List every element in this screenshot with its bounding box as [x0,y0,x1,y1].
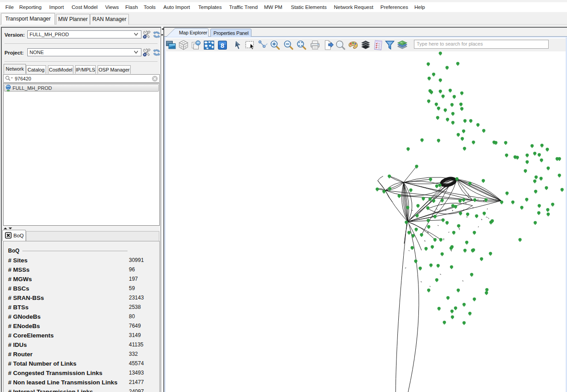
svg-text:8: 8 [221,42,224,49]
